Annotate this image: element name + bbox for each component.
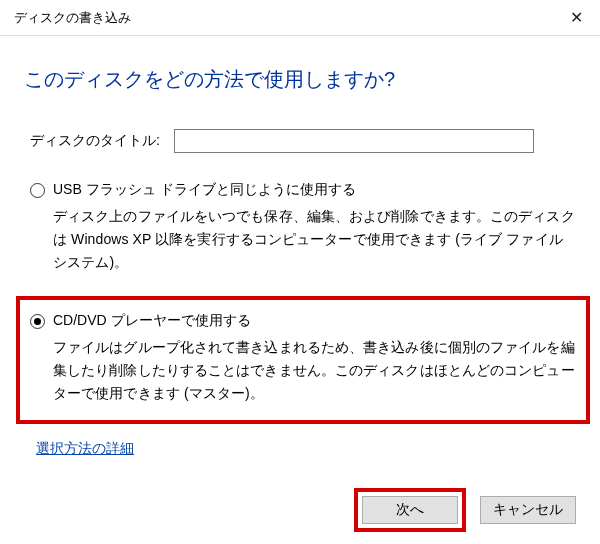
option-cddvd-label: CD/DVD プレーヤーで使用する xyxy=(53,312,251,330)
cancel-button-label: キャンセル xyxy=(493,501,563,519)
disc-title-input[interactable] xyxy=(174,129,534,153)
highlight-box-cddvd: CD/DVD プレーヤーで使用する ファイルはグループ化されて書き込まれるため、… xyxy=(16,296,590,423)
next-button[interactable]: 次へ xyxy=(362,496,458,524)
titlebar: ディスクの書き込み ✕ xyxy=(0,0,600,36)
disc-title-label: ディスクのタイトル: xyxy=(30,132,160,150)
close-button[interactable]: ✕ xyxy=(552,0,600,36)
close-icon: ✕ xyxy=(570,8,583,27)
option-cddvd-desc: ファイルはグループ化されて書き込まれるため、書き込み後に個別のファイルを編集した… xyxy=(30,336,576,405)
button-row: 次へ キャンセル xyxy=(354,496,576,524)
disc-title-row: ディスクのタイトル: xyxy=(24,129,576,153)
options-group: USB フラッシュ ドライブと同じように使用する ディスク上のファイルをいつでも… xyxy=(24,181,576,458)
content-area: このディスクをどの方法で使用しますか? ディスクのタイトル: USB フラッシュ… xyxy=(0,36,600,458)
page-heading: このディスクをどの方法で使用しますか? xyxy=(24,66,576,93)
next-button-label: 次へ xyxy=(396,501,424,519)
option-cddvd[interactable]: CD/DVD プレーヤーで使用する ファイルはグループ化されて書き込まれるため、… xyxy=(30,312,576,405)
radio-cddvd[interactable] xyxy=(30,314,45,329)
window-title: ディスクの書き込み xyxy=(14,9,131,27)
highlight-box-next: 次へ xyxy=(354,488,466,532)
option-usb-head: USB フラッシュ ドライブと同じように使用する xyxy=(30,181,576,199)
cancel-button[interactable]: キャンセル xyxy=(480,496,576,524)
option-cddvd-head: CD/DVD プレーヤーで使用する xyxy=(30,312,576,330)
details-link[interactable]: 選択方法の詳細 xyxy=(36,440,134,458)
option-usb[interactable]: USB フラッシュ ドライブと同じように使用する ディスク上のファイルをいつでも… xyxy=(30,181,576,274)
radio-usb[interactable] xyxy=(30,183,45,198)
option-usb-desc: ディスク上のファイルをいつでも保存、編集、および削除できます。このディスクは W… xyxy=(30,205,576,274)
option-usb-label: USB フラッシュ ドライブと同じように使用する xyxy=(53,181,356,199)
